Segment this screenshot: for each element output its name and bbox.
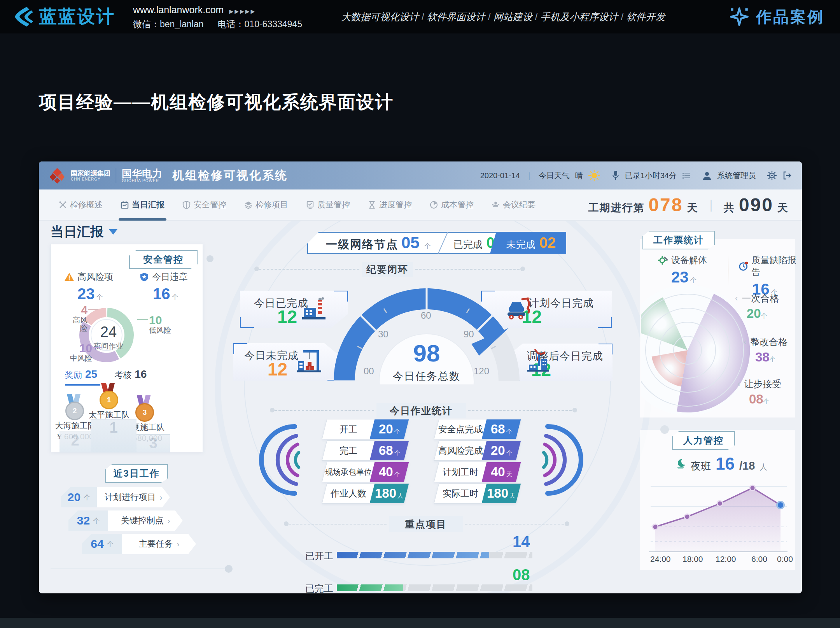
service-item: 手机及小程序设计 [535, 11, 618, 22]
stat-bar: 开工 20个 [322, 419, 409, 439]
chevron-right-icon: › [160, 493, 163, 502]
kp-finished-label: 已完工 [305, 582, 333, 593]
stat-bar: 实际工时 180天 [434, 484, 521, 503]
stat-bar: 高风险完成 20个 [434, 441, 521, 460]
schedule-progress: 工期进行第 078 天 ｜ 共 090 天 [588, 194, 789, 216]
tab-meeting[interactable]: 会议纪要 [483, 189, 544, 220]
x-axis-label: 24:00 [650, 554, 671, 564]
tools-icon [59, 201, 67, 209]
weather-label: 今日天气 [539, 170, 570, 181]
donut-label-low: 10 低风险 [149, 314, 171, 335]
site-logo[interactable]: 蓝蓝设计 [12, 5, 115, 29]
tab-quality[interactable]: 质量管控 [297, 189, 359, 220]
layers-icon [244, 201, 252, 209]
arc-decoration-right [534, 423, 585, 497]
chevron-right-icon: › [177, 540, 180, 549]
site-url[interactable]: www.lanlanwork.com [133, 4, 224, 15]
undone-count: 02 [539, 235, 556, 251]
recent-row-link[interactable]: 计划进行项目› [97, 487, 170, 507]
logout-icon[interactable] [782, 171, 792, 180]
user-name[interactable]: 系统管理员 [717, 170, 756, 181]
service-item: 大数据可视化设计 [341, 11, 419, 22]
quality-rectified: ‹整改合格 38个 [744, 336, 788, 365]
footer-strip [0, 618, 840, 628]
sun-icon [588, 170, 600, 181]
safety-panel-badge: 安全管控 [129, 250, 198, 269]
record-status: 已录1小时34分 [625, 170, 677, 181]
arrows-icon: ▶▶▶▶▶ [229, 8, 256, 14]
manpower-panel-badge: 人力管控 [672, 431, 735, 450]
tab-daily-report[interactable]: 当日汇报 [112, 189, 173, 220]
stat-bar: 计划工时 40天 [434, 462, 521, 482]
kp-started-label: 已开工 [305, 550, 333, 562]
tab-cost[interactable]: 成本管控 [421, 189, 483, 220]
high-risk-stat: 高风险项 23个 [64, 271, 113, 303]
tab-projects[interactable]: 检修项目 [235, 189, 297, 220]
bronze-medal-icon: 3 [133, 395, 155, 421]
kp-started-bar [337, 552, 532, 558]
task-card-undone-today: 今日未完成 12 [233, 343, 341, 381]
defect-clock-icon [739, 261, 748, 271]
meeting-people-icon [492, 201, 500, 209]
crane-icon [296, 348, 324, 373]
settings-gear-icon[interactable] [767, 170, 777, 181]
ticket-panel-badge: 工作票统计 [642, 231, 715, 249]
calendar-icon [121, 201, 129, 209]
hourglass-icon [368, 201, 376, 209]
wind-turbine-icon [526, 347, 551, 372]
silver-medal-icon: 2 [63, 394, 85, 419]
kp-finished-value: 08 [513, 566, 530, 584]
chevron-down-icon [109, 229, 117, 235]
gear-wrench-icon [658, 255, 668, 265]
podium-block-3: 3 [136, 434, 170, 453]
schedule-total-days: 090 [739, 194, 774, 216]
mic-icon[interactable] [612, 170, 620, 181]
warning-triangle-icon [64, 272, 74, 282]
chevron-right-icon: › [168, 516, 170, 525]
site-logo-text: 蓝蓝设计 [39, 5, 115, 29]
recent-row-link[interactable]: 主要任务› [122, 534, 196, 554]
site-header: 蓝蓝设计 www.lanlanwork.com▶▶▶▶▶ 微信：ben_lanl… [0, 0, 840, 33]
recent-row-count: 32个 [68, 510, 108, 531]
recent-row-count: 20个 [61, 487, 97, 507]
tab-progress[interactable]: 进度管控 [359, 189, 421, 220]
donut-label-high: 4 高风险 [67, 303, 88, 333]
star-burst-icon [728, 5, 751, 28]
stat-bar: 安全点完成 68个 [434, 419, 521, 439]
org-name: 国家能源集团 [71, 170, 110, 177]
recent-row-count: 64个 [82, 534, 122, 554]
service-item: 网站建设 [488, 11, 532, 22]
site-contact: www.lanlanwork.com▶▶▶▶▶ 微信：ben_lanlan电话：… [133, 3, 302, 31]
shield-check-icon [140, 272, 149, 282]
report-title-dropdown[interactable]: 当日汇报 [51, 223, 117, 241]
section-label-summary-loop: 纪要闭环 [362, 262, 413, 277]
page-title: 项目经验——机组检修可视化系统界面设计 [39, 90, 394, 114]
stat-bar: 现场承包单位 40个 [322, 462, 409, 482]
quality-concession: ‹让步接受 08个 [737, 378, 781, 407]
gauge-tick: 60 [421, 310, 431, 321]
gold-medal-icon: 1 [98, 383, 119, 409]
list-icon[interactable] [682, 172, 691, 179]
undone-segment: 未完成 02 [490, 232, 572, 254]
divider [116, 168, 116, 183]
night-shift-line-chart [644, 471, 791, 560]
assessment-tab[interactable]: 考核16 [114, 368, 147, 381]
tab-overview[interactable]: 检修概述 [50, 189, 112, 220]
dashboard-header: 国家能源集团 CHN ENERGY 国华电力 GUOHUA POWER 机组检修… [39, 161, 802, 189]
lanlan-logo-icon [12, 5, 36, 29]
brand-name-en: GUOHUA POWER [122, 179, 162, 183]
safety-panel: 高风险项 23个 今日违章 16个 24 夜间作业 4 [51, 244, 203, 452]
phone-label: 电话：010-63334945 [218, 19, 302, 29]
recent-row-link[interactable]: 关键控制点› [108, 510, 183, 531]
podium-block-1: 1 [91, 419, 136, 453]
recent-panel-badge: 近3日工作 [105, 464, 168, 483]
gauge-tick: 90 [464, 329, 474, 340]
weather-value: 晴 [575, 170, 583, 181]
tab-safety[interactable]: 安全管控 [173, 189, 235, 220]
quality-badge-icon [306, 201, 314, 209]
reward-tab[interactable]: 奖励25 [65, 368, 97, 381]
schedule-current-days: 078 [648, 194, 683, 216]
dashboard-screenshot: 国家能源集团 CHN ENERGY 国华电力 GUOHUA POWER 机组检修… [39, 161, 802, 593]
portfolio-link[interactable]: 作品案例 [728, 5, 824, 28]
portfolio-label: 作品案例 [756, 6, 824, 28]
